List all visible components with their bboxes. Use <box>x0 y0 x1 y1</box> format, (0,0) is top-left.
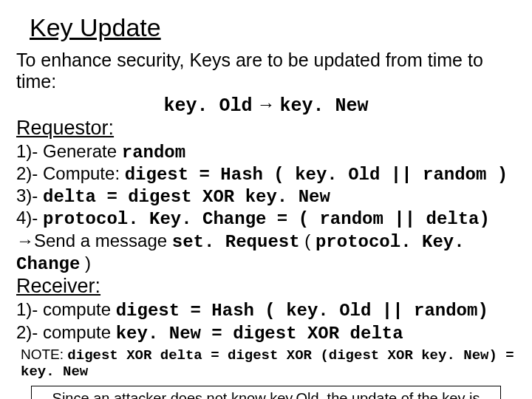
slide-title: Key Update <box>30 13 516 42</box>
requestor-steps: 1)- Generate random 2)- Compute: digest … <box>16 141 516 276</box>
requestor-heading: Requestor: <box>16 117 516 140</box>
slide: Key Update To enhance security, Keys are… <box>0 0 532 399</box>
requestor-step-3: 3)- delta = digest XOR key. New <box>16 185 516 208</box>
requestor-step-1: 1)- Generate random <box>16 141 516 163</box>
intro-text: To enhance security, Keys are to be upda… <box>16 50 516 92</box>
callout-box: Since an attacker does not know key.Old,… <box>31 386 501 399</box>
note-text: NOTE: digest XOR delta = digest XOR (dig… <box>21 347 516 380</box>
receiver-heading: Receiver: <box>16 275 516 298</box>
key-old: key. Old <box>163 95 252 117</box>
requestor-step-4: 4)- protocol. Key. Change = ( random || … <box>16 208 516 230</box>
arrow-icon: → <box>16 231 34 250</box>
requestor-step-5: →Send a message set. Request ( protocol.… <box>16 231 516 276</box>
receiver-steps: 1)- compute digest = Hash ( key. Old || … <box>16 299 516 344</box>
receiver-step-2: 2)- compute key. New = digest XOR delta <box>16 322 516 344</box>
arrow-icon: → <box>253 94 280 115</box>
key-new: key. New <box>280 95 369 117</box>
receiver-step-1: 1)- compute digest = Hash ( key. Old || … <box>16 299 516 321</box>
requestor-step-2: 2)- Compute: digest = Hash ( key. Old ||… <box>16 163 516 185</box>
key-transform: key. Old→key. New <box>16 94 516 117</box>
